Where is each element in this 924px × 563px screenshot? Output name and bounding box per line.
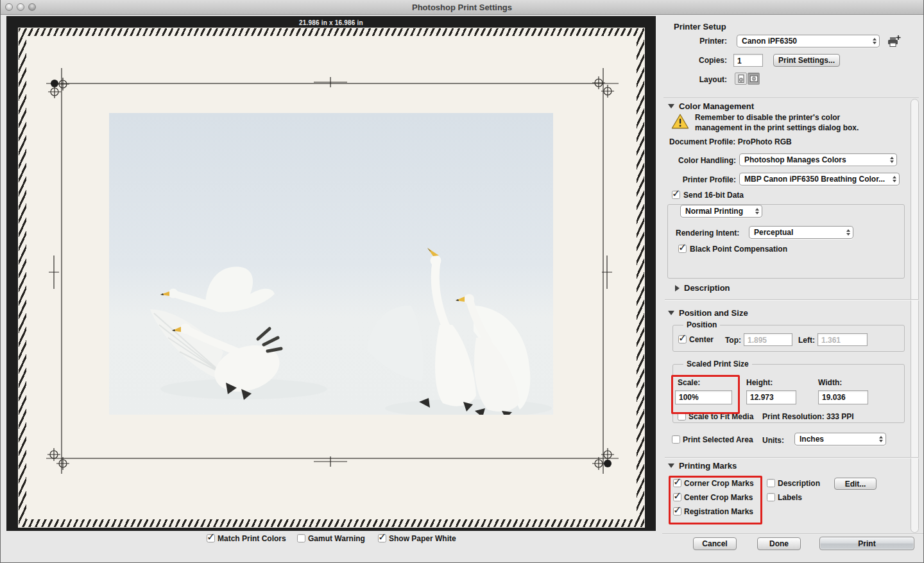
stepper-icon [890,173,899,185]
divider [665,457,919,458]
printer-profile-select[interactable]: MBP Canon iPF6350 Breathing Color... [739,173,900,186]
stepper-icon [887,154,896,166]
description-marks-label: Description [778,479,820,488]
stepper-icon [844,227,853,238]
printing-marks-highlight-box [669,476,762,524]
rendering-intent-select[interactable]: Perceptual [749,226,853,239]
top-input[interactable]: 1.895 [744,333,792,346]
zoom-window-icon[interactable] [28,3,36,11]
close-window-icon[interactable] [5,3,13,11]
print-mode-select[interactable]: Normal Printing [680,205,762,218]
color-management-header[interactable]: Color Management [668,101,754,111]
gamut-warning-label: Gamut Warning [308,534,365,543]
warning-text-line1: Remember to disable the printer's color [695,113,840,122]
position-and-size-header[interactable]: Position and Size [668,308,748,318]
print-preview-panel: 21.986 in x 16.986 in [6,16,656,531]
print-selected-area-checkbox[interactable] [672,435,680,444]
color-handling-select[interactable]: Photoshop Manages Colors [739,153,897,166]
left-label: Left: [796,336,815,345]
units-select[interactable]: Inches [794,433,886,446]
disclosure-closed-icon [675,285,680,291]
send-16bit-checkbox[interactable] [672,191,680,199]
done-button[interactable]: Done [757,537,801,550]
copies-label: Copies: [672,56,727,65]
scale-highlight-box [671,375,740,414]
warning-icon [671,113,689,130]
color-handling-label: Color Handling: [669,156,736,165]
center-label: Center [689,335,714,344]
top-label: Top: [719,336,741,345]
copies-input[interactable]: 1 [733,54,763,67]
disclosure-open-icon [668,311,674,315]
show-paper-white-label: Show Paper White [389,534,456,543]
printing-marks-header[interactable]: Printing Marks [668,461,737,471]
divider [662,533,924,534]
description-marks-checkbox[interactable] [767,479,775,487]
rendering-intent-label: Rendering Intent: [676,229,739,238]
match-print-colors-checkbox[interactable] [207,534,215,542]
match-print-colors-label: Match Print Colors [218,534,286,543]
show-paper-white-checkbox[interactable] [378,534,386,542]
warning-text-line2: management in the print settings dialog … [695,123,859,132]
disclosure-open-icon [668,463,674,468]
paper [18,28,645,528]
printer-add-icon[interactable] [887,35,901,48]
divider [665,299,919,300]
printer-setup-title: Printer Setup [674,22,726,31]
window-title: Photoshop Print Settings [412,3,512,12]
height-input[interactable]: 12.973 [746,390,796,404]
disclosure-open-icon [668,104,674,108]
stepper-icon [753,205,762,217]
send-16bit-label: Send 16-bit Data [683,191,744,200]
printer-profile-label: Printer Profile: [669,175,736,184]
black-point-compensation-checkbox[interactable] [678,245,687,253]
description-header[interactable]: Description [675,283,730,293]
print-selected-area-label: Print Selected Area [683,435,753,444]
width-input[interactable]: 19.036 [818,390,868,404]
printer-label: Printer: [672,37,727,46]
layout-label: Layout: [672,75,727,84]
print-resolution-text: Print Resolution: 333 PPI [762,412,854,421]
window-titlebar[interactable]: Photoshop Print Settings [0,0,924,15]
left-input[interactable]: 1.361 [817,333,868,346]
cancel-button[interactable]: Cancel [693,537,737,550]
labels-label: Labels [778,493,802,502]
print-settings-button[interactable]: Print Settings... [773,54,840,67]
stepper-icon [877,433,886,445]
print-button[interactable]: Print [819,537,914,550]
units-label: Units: [762,436,784,445]
minimize-window-icon[interactable] [17,3,24,11]
center-checkbox[interactable] [678,335,687,343]
print-preview-photo[interactable] [109,113,553,415]
edit-button[interactable]: Edit... [834,478,877,490]
layout-landscape-icon[interactable] [748,73,760,85]
layout-portrait-icon[interactable] [735,73,747,85]
stepper-icon [870,35,879,47]
gamut-warning-checkbox[interactable] [297,534,305,542]
height-label: Height: [746,378,773,387]
document-profile-text: Document Profile: ProPhoto RGB [669,137,792,146]
paper-size-label: 21.986 in x 16.986 in [6,19,656,26]
width-label: Width: [818,378,842,387]
printer-select[interactable]: Canon iPF6350 [737,35,880,48]
settings-scrollbar[interactable] [911,99,919,533]
divider [663,98,919,98]
black-point-compensation-label: Black Point Compensation [690,245,787,254]
labels-checkbox[interactable] [767,493,775,501]
